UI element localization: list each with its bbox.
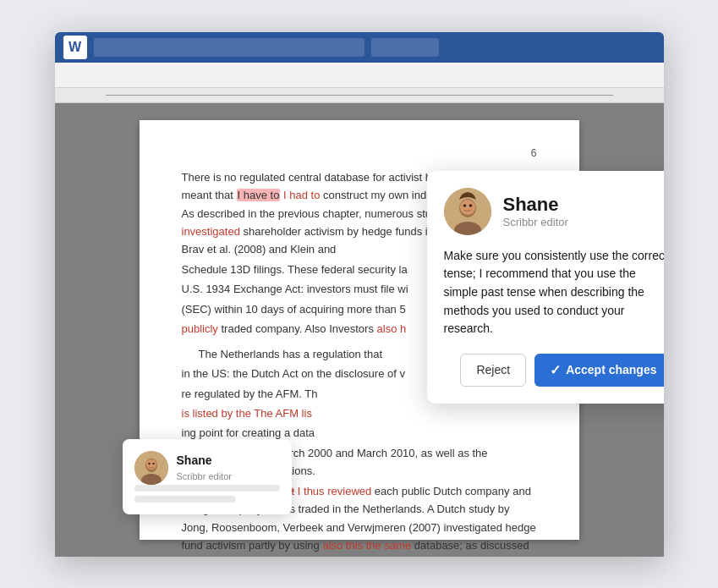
page-number: 6: [182, 146, 537, 162]
svg-point-5: [152, 462, 154, 464]
ruler: [55, 88, 664, 103]
text-p2e: ing point for creating a data: [182, 426, 315, 439]
review-card-header: Shane Scribbr editor: [444, 188, 664, 235]
ribbon: [55, 63, 664, 88]
text-p2b: in the US: the Dutch Act on the disclosu…: [182, 367, 405, 380]
tooltip-card-small: Shane Scribbr editor: [123, 439, 292, 514]
text-investigated: investigated: [182, 225, 240, 238]
review-message: Make sure you consistently use the corre…: [444, 247, 664, 338]
text-also-h: also h: [377, 322, 407, 335]
small-editor-role: Scribbr editor: [177, 470, 232, 485]
text-also-this: also this: [322, 539, 363, 552]
avatar-small: [134, 451, 168, 485]
text-listed-by: is listed by the: [182, 407, 251, 420]
highlight-i-have-to: I have to: [237, 189, 281, 201]
text-the-same: the same: [366, 539, 411, 552]
page-area: 6 There is no regulated central database…: [55, 103, 664, 557]
title-bar: W: [55, 32, 664, 63]
svg-point-4: [148, 462, 150, 464]
text-p1h: (SEC) within 10 days of acquiring more t…: [182, 303, 406, 316]
skeleton-line-2: [134, 496, 236, 503]
svg-point-10: [463, 204, 466, 207]
text-p1g: U.S. 1934 Exchange Act: investors must f…: [182, 283, 408, 295]
text-afm-list: The AFM lis: [254, 407, 312, 420]
checkmark-icon: ✓: [550, 362, 561, 378]
text-p2c: re regulated by the AFM. Th: [182, 387, 318, 400]
avatar-large: [444, 188, 491, 235]
accept-label: Accept changes: [566, 363, 656, 376]
accept-button[interactable]: ✓ Accept changes: [534, 354, 663, 387]
title-bar-filename: [94, 38, 364, 57]
text-p1i: traded company. Also Investors: [221, 322, 376, 335]
review-editor-name: Shane: [503, 194, 568, 216]
text-p2a: The Netherlands has a regulation that: [199, 348, 383, 360]
review-editor-info: Shane Scribbr editor: [503, 194, 568, 228]
svg-point-11: [469, 204, 472, 207]
word-window: W 6 There is no regulated central databa…: [55, 32, 664, 557]
title-bar-share-btn[interactable]: [371, 38, 439, 57]
text-publicly: publicly: [182, 322, 218, 335]
text-i-had-to: I had to: [283, 189, 320, 201]
ruler-line: [106, 95, 613, 96]
text-p1f: Schedule 13D filings. These federal secu…: [182, 263, 408, 276]
word-icon: W: [63, 36, 87, 59]
skeleton-line-1: [134, 485, 280, 492]
small-editor-name: Shane: [177, 451, 232, 470]
svg-point-9: [460, 200, 475, 215]
text-thus-reviewed: I thus reviewed: [298, 485, 371, 497]
review-actions: Reject ✓ Accept changes: [444, 354, 664, 387]
reject-button[interactable]: Reject: [460, 354, 526, 387]
review-editor-role: Scribbr editor: [503, 216, 568, 228]
review-card: Shane Scribbr editor Make sure you consi…: [427, 171, 664, 404]
